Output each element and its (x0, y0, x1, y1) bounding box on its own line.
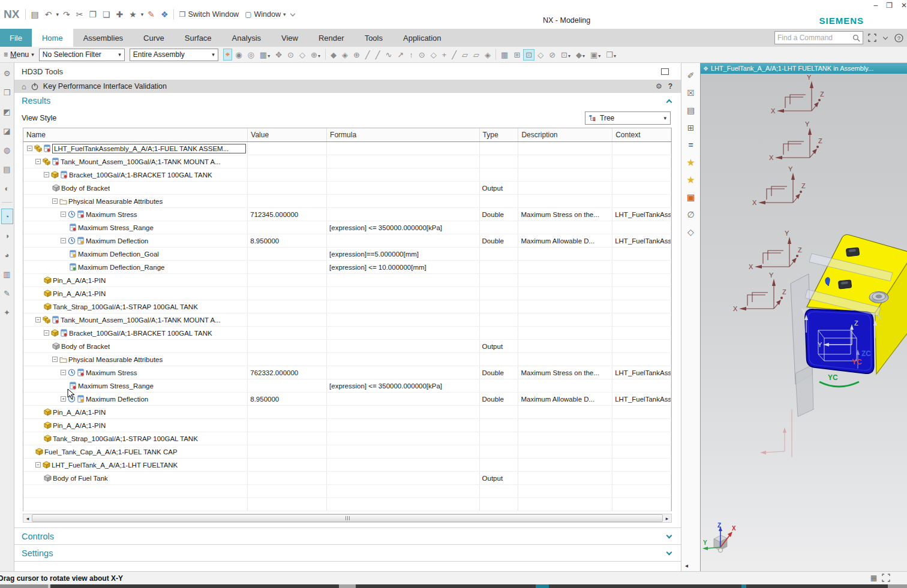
value-cell[interactable] (248, 313, 327, 326)
formula-cell[interactable] (327, 234, 480, 247)
viewport-scene[interactable]: X Y Z (701, 74, 907, 571)
name-cell[interactable]: Tank_Strap_100Gal/A;1-STRAP 100GAL TANK (23, 432, 248, 445)
description-cell[interactable] (518, 195, 612, 207)
part-navigator-icon[interactable]: ◪ (1, 123, 13, 138)
expand-expander-icon[interactable]: + (61, 396, 66, 402)
hd3d-tools-icon[interactable]: ◔ (1, 209, 13, 224)
value-cell[interactable] (248, 221, 327, 234)
type-cell[interactable] (480, 155, 519, 168)
context-cell[interactable] (612, 248, 671, 260)
formula-cell[interactable] (327, 208, 480, 221)
context-cell[interactable] (612, 195, 671, 207)
context-cell[interactable]: LHT_FuelTankAss (612, 234, 671, 247)
circle-icon[interactable]: ⊙ (416, 49, 428, 61)
name-cell[interactable]: Pin_A_A/A;1-PIN (23, 287, 248, 300)
name-cell[interactable]: Maximum Stress_Range (23, 379, 248, 392)
history-icon[interactable]: ◕ (1, 247, 13, 263)
name-cell[interactable]: −Tank_Mount_Assem_100Gal/A;1-TANK MOUNT … (23, 155, 248, 168)
type-cell[interactable]: Output (480, 340, 519, 352)
formula-cell[interactable] (327, 182, 480, 194)
description-cell[interactable]: Maximum Allowable D... (518, 234, 612, 247)
collapse-expander-icon[interactable]: − (61, 212, 66, 217)
value-cell[interactable] (248, 327, 327, 339)
description-cell[interactable] (518, 406, 612, 418)
collapse-expander-icon[interactable]: − (61, 238, 66, 243)
pan-icon[interactable]: ⊡▾ (558, 49, 573, 61)
table-row[interactable]: +Maximum Deflection8.950000DoubleMaximum… (23, 393, 671, 406)
context-cell[interactable] (612, 142, 671, 155)
float-panel-icon[interactable] (661, 68, 669, 75)
name-cell[interactable]: −Maximum Stress (23, 208, 248, 221)
tab-assemblies[interactable]: Assemblies (73, 29, 133, 47)
context-cell[interactable] (612, 261, 671, 273)
type-cell[interactable]: Output (480, 182, 519, 194)
formula-cell[interactable]: [expression]==5.000000[mm] (327, 248, 480, 260)
value-cell[interactable] (248, 432, 327, 445)
line2-icon[interactable]: ╱ (373, 49, 383, 61)
help-icon[interactable]: ? (894, 34, 903, 43)
collapse-expander-icon[interactable]: − (52, 198, 58, 204)
name-cell[interactable]: −Bracket_100Gal/A;1-BRACKET 100GAL TANK (23, 327, 248, 339)
formula-cell[interactable] (327, 313, 480, 326)
description-cell[interactable] (518, 379, 612, 392)
switch-window-button[interactable]: ❒ Switch Window (176, 9, 242, 20)
hide-icon[interactable]: ∅ (684, 207, 698, 222)
context-cell[interactable] (612, 379, 671, 392)
formula-cell[interactable] (327, 142, 480, 155)
tab-curve[interactable]: Curve (133, 29, 175, 47)
favorites-icon[interactable]: ★ (127, 8, 139, 20)
table-row[interactable]: Pin_A_A/A;1-PIN (23, 406, 671, 419)
equals-icon[interactable]: = (684, 137, 698, 152)
window-tile-icon[interactable]: ⊞ (511, 49, 522, 61)
repeat-command-icon[interactable]: ✚ (114, 8, 126, 20)
polyline-icon[interactable]: ↗ (395, 49, 406, 61)
formula-cell[interactable] (327, 195, 480, 207)
undo-icon[interactable]: ↶ (43, 8, 55, 20)
minimize-ribbon-icon[interactable] (883, 35, 888, 40)
type-cell[interactable] (480, 459, 519, 471)
snap-curve-icon[interactable]: ⊙ (285, 49, 296, 61)
name-cell[interactable]: −LHT_FuelTank_A_A/A;1-LHT FUELTANK (23, 459, 248, 471)
wireframe-view-icon[interactable]: ◈ (340, 49, 350, 61)
table-row[interactable]: −LHT_FuelTankAssembly_A_A/A;1-FUEL TANK … (23, 142, 671, 155)
line-icon[interactable]: ╱ (363, 49, 373, 61)
description-cell[interactable] (518, 459, 612, 471)
formula-cell[interactable] (327, 393, 480, 405)
description-cell[interactable] (518, 432, 612, 445)
value-cell[interactable] (248, 142, 327, 155)
value-cell[interactable] (248, 155, 327, 168)
power-icon[interactable] (31, 83, 38, 91)
snap-face-icon[interactable]: ◇ (297, 49, 308, 61)
value-cell[interactable] (248, 406, 327, 418)
scroll-right-icon[interactable]: ▸ (663, 515, 671, 521)
minimize-button[interactable]: – (873, 1, 878, 10)
name-cell[interactable]: Maximum Deflection_Range (23, 261, 248, 273)
description-cell[interactable] (518, 340, 612, 352)
name-cell[interactable]: −Maximum Deflection (23, 234, 248, 247)
description-cell[interactable] (518, 182, 612, 194)
plane2-icon[interactable]: ▱ (471, 49, 482, 61)
table-row[interactable]: −Bracket_100Gal/A;1-BRACKET 100GAL TANK (23, 168, 671, 182)
description-cell[interactable] (518, 142, 612, 155)
name-cell[interactable]: −Tank_Mount_Assem_100Gal/A;1-TANK MOUNT … (23, 313, 248, 326)
scrollbar-thumb[interactable] (32, 514, 663, 522)
value-cell[interactable] (248, 353, 327, 366)
type-cell[interactable] (480, 142, 519, 155)
stamp-icon[interactable]: ▣ (684, 189, 698, 204)
plus-icon[interactable]: + (440, 49, 449, 61)
table-row[interactable]: −Maximum Deflection8.950000DoubleMaximum… (23, 234, 671, 248)
formula-cell[interactable] (327, 155, 480, 168)
description-cell[interactable] (518, 300, 612, 313)
context-cell[interactable] (612, 459, 671, 471)
description-cell[interactable] (518, 313, 612, 326)
expand-chevron-icon[interactable] (666, 549, 672, 555)
name-cell[interactable]: Body of Fuel Tank (23, 472, 248, 484)
tab-tools[interactable]: Tools (355, 29, 393, 47)
name-cell[interactable]: −Bracket_100Gal/A;1-BRACKET 100GAL TANK (23, 168, 248, 181)
column-header-value[interactable]: Value (248, 128, 327, 141)
copy-icon[interactable]: ❐ (86, 8, 99, 20)
favorites-dropdown[interactable]: ▾ (140, 10, 145, 19)
orient-view-icon[interactable]: ⊕ (351, 49, 362, 61)
context-cell[interactable] (612, 313, 671, 326)
name-cell[interactable]: Tank_Strap_100Gal/A;1-STRAP 100GAL TANK (23, 300, 248, 313)
